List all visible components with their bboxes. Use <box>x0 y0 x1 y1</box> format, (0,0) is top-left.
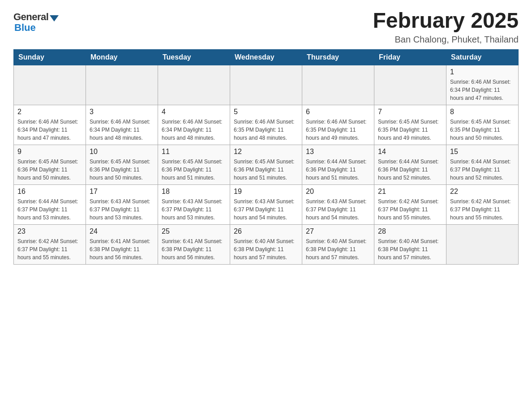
page-header: General Blue February 2025 Ban Chalong, … <box>13 9 519 45</box>
day-number: 18 <box>162 188 226 196</box>
calendar-cell <box>446 224 519 264</box>
calendar-week-row: 23Sunrise: 6:42 AM Sunset: 6:37 PM Dayli… <box>14 224 519 264</box>
day-number: 13 <box>306 148 370 156</box>
calendar-cell: 18Sunrise: 6:43 AM Sunset: 6:37 PM Dayli… <box>158 184 230 224</box>
calendar-cell: 8Sunrise: 6:45 AM Sunset: 6:35 PM Daylig… <box>446 105 519 145</box>
day-info: Sunrise: 6:40 AM Sunset: 6:38 PM Dayligh… <box>306 237 370 261</box>
day-number: 25 <box>162 227 226 235</box>
column-header-saturday: Saturday <box>446 49 519 65</box>
day-number: 20 <box>306 188 370 196</box>
day-number: 6 <box>306 108 370 116</box>
calendar-cell: 11Sunrise: 6:45 AM Sunset: 6:36 PM Dayli… <box>158 145 230 184</box>
day-number: 7 <box>378 108 442 116</box>
calendar-cell: 23Sunrise: 6:42 AM Sunset: 6:37 PM Dayli… <box>14 224 86 264</box>
day-number: 22 <box>450 188 515 196</box>
calendar-cell <box>86 65 158 105</box>
day-info: Sunrise: 6:45 AM Sunset: 6:35 PM Dayligh… <box>450 118 515 142</box>
day-number: 21 <box>378 188 442 196</box>
day-number: 15 <box>450 148 515 156</box>
day-number: 14 <box>378 148 442 156</box>
day-number: 10 <box>90 148 154 156</box>
calendar-cell: 10Sunrise: 6:45 AM Sunset: 6:36 PM Dayli… <box>86 145 158 184</box>
calendar-cell: 2Sunrise: 6:46 AM Sunset: 6:34 PM Daylig… <box>14 105 86 145</box>
calendar-cell: 16Sunrise: 6:44 AM Sunset: 6:37 PM Dayli… <box>14 184 86 224</box>
day-info: Sunrise: 6:42 AM Sunset: 6:37 PM Dayligh… <box>450 197 515 222</box>
day-number: 24 <box>90 227 154 235</box>
day-number: 28 <box>378 227 442 235</box>
calendar-title: February 2025 <box>373 9 519 33</box>
day-number: 3 <box>90 108 154 116</box>
calendar-cell <box>230 65 302 105</box>
day-number: 12 <box>234 148 298 156</box>
column-header-sunday: Sunday <box>14 49 86 65</box>
logo-general-text: General <box>13 11 48 23</box>
day-number: 17 <box>90 188 154 196</box>
day-info: Sunrise: 6:40 AM Sunset: 6:38 PM Dayligh… <box>378 237 442 261</box>
calendar-cell: 26Sunrise: 6:40 AM Sunset: 6:38 PM Dayli… <box>230 224 302 264</box>
day-info: Sunrise: 6:40 AM Sunset: 6:38 PM Dayligh… <box>234 237 298 261</box>
day-number: 19 <box>234 188 298 196</box>
day-info: Sunrise: 6:44 AM Sunset: 6:36 PM Dayligh… <box>306 158 370 182</box>
calendar-table: SundayMondayTuesdayWednesdayThursdayFrid… <box>13 49 519 265</box>
day-info: Sunrise: 6:45 AM Sunset: 6:36 PM Dayligh… <box>234 158 298 182</box>
calendar-cell: 4Sunrise: 6:46 AM Sunset: 6:34 PM Daylig… <box>158 105 230 145</box>
day-info: Sunrise: 6:45 AM Sunset: 6:36 PM Dayligh… <box>90 158 154 182</box>
calendar-cell: 5Sunrise: 6:46 AM Sunset: 6:35 PM Daylig… <box>230 105 302 145</box>
day-info: Sunrise: 6:41 AM Sunset: 6:38 PM Dayligh… <box>90 237 154 261</box>
calendar-cell: 6Sunrise: 6:46 AM Sunset: 6:35 PM Daylig… <box>302 105 374 145</box>
logo-blue-text: Blue <box>13 22 36 34</box>
calendar-cell: 3Sunrise: 6:46 AM Sunset: 6:34 PM Daylig… <box>86 105 158 145</box>
calendar-week-row: 2Sunrise: 6:46 AM Sunset: 6:34 PM Daylig… <box>14 105 519 145</box>
calendar-week-row: 1Sunrise: 6:46 AM Sunset: 6:34 PM Daylig… <box>14 65 519 105</box>
logo-arrow-icon <box>50 15 59 21</box>
calendar-cell: 21Sunrise: 6:42 AM Sunset: 6:37 PM Dayli… <box>374 184 446 224</box>
column-header-thursday: Thursday <box>302 49 374 65</box>
day-number: 11 <box>162 148 226 156</box>
day-number: 23 <box>17 227 82 235</box>
day-info: Sunrise: 6:42 AM Sunset: 6:37 PM Dayligh… <box>378 197 442 222</box>
calendar-cell: 1Sunrise: 6:46 AM Sunset: 6:34 PM Daylig… <box>446 65 519 105</box>
day-info: Sunrise: 6:44 AM Sunset: 6:36 PM Dayligh… <box>378 158 442 182</box>
column-header-wednesday: Wednesday <box>230 49 302 65</box>
day-number: 2 <box>17 108 82 116</box>
day-info: Sunrise: 6:45 AM Sunset: 6:36 PM Dayligh… <box>17 158 82 182</box>
day-number: 27 <box>306 227 370 235</box>
day-info: Sunrise: 6:46 AM Sunset: 6:34 PM Dayligh… <box>162 118 226 142</box>
column-header-tuesday: Tuesday <box>158 49 230 65</box>
day-info: Sunrise: 6:46 AM Sunset: 6:34 PM Dayligh… <box>450 78 515 102</box>
calendar-header-row: SundayMondayTuesdayWednesdayThursdayFrid… <box>14 49 519 65</box>
calendar-cell: 25Sunrise: 6:41 AM Sunset: 6:38 PM Dayli… <box>158 224 230 264</box>
day-info: Sunrise: 6:44 AM Sunset: 6:37 PM Dayligh… <box>450 158 515 182</box>
calendar-subtitle: Ban Chalong, Phuket, Thailand <box>373 34 519 45</box>
day-info: Sunrise: 6:46 AM Sunset: 6:34 PM Dayligh… <box>17 118 82 142</box>
day-number: 9 <box>17 148 82 156</box>
calendar-cell: 12Sunrise: 6:45 AM Sunset: 6:36 PM Dayli… <box>230 145 302 184</box>
day-info: Sunrise: 6:43 AM Sunset: 6:37 PM Dayligh… <box>90 197 154 222</box>
calendar-cell: 19Sunrise: 6:43 AM Sunset: 6:37 PM Dayli… <box>230 184 302 224</box>
day-number: 26 <box>234 227 298 235</box>
column-header-monday: Monday <box>86 49 158 65</box>
day-info: Sunrise: 6:46 AM Sunset: 6:35 PM Dayligh… <box>306 118 370 142</box>
calendar-cell: 28Sunrise: 6:40 AM Sunset: 6:38 PM Dayli… <box>374 224 446 264</box>
day-info: Sunrise: 6:46 AM Sunset: 6:35 PM Dayligh… <box>234 118 298 142</box>
calendar-cell <box>374 65 446 105</box>
calendar-cell <box>158 65 230 105</box>
calendar-cell <box>14 65 86 105</box>
calendar-cell: 7Sunrise: 6:45 AM Sunset: 6:35 PM Daylig… <box>374 105 446 145</box>
calendar-cell <box>302 65 374 105</box>
day-number: 1 <box>450 68 515 76</box>
day-info: Sunrise: 6:43 AM Sunset: 6:37 PM Dayligh… <box>234 197 298 222</box>
day-info: Sunrise: 6:44 AM Sunset: 6:37 PM Dayligh… <box>17 197 82 222</box>
calendar-cell: 14Sunrise: 6:44 AM Sunset: 6:36 PM Dayli… <box>374 145 446 184</box>
day-number: 5 <box>234 108 298 116</box>
calendar-week-row: 16Sunrise: 6:44 AM Sunset: 6:37 PM Dayli… <box>14 184 519 224</box>
calendar-cell: 24Sunrise: 6:41 AM Sunset: 6:38 PM Dayli… <box>86 224 158 264</box>
calendar-cell: 15Sunrise: 6:44 AM Sunset: 6:37 PM Dayli… <box>446 145 519 184</box>
calendar-cell: 22Sunrise: 6:42 AM Sunset: 6:37 PM Dayli… <box>446 184 519 224</box>
day-number: 4 <box>162 108 226 116</box>
calendar-cell: 27Sunrise: 6:40 AM Sunset: 6:38 PM Dayli… <box>302 224 374 264</box>
day-number: 8 <box>450 108 515 116</box>
day-info: Sunrise: 6:42 AM Sunset: 6:37 PM Dayligh… <box>17 237 82 261</box>
day-info: Sunrise: 6:43 AM Sunset: 6:37 PM Dayligh… <box>306 197 370 222</box>
day-number: 16 <box>17 188 82 196</box>
